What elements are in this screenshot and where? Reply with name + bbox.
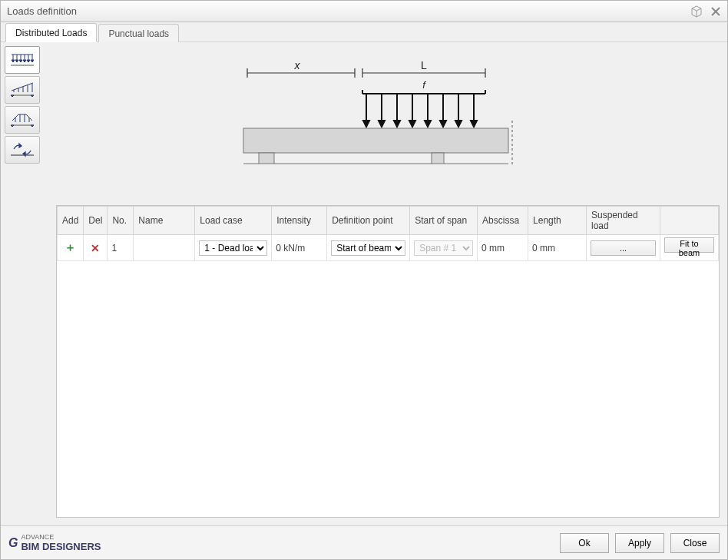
defpoint-select[interactable]: Start of beam	[331, 240, 405, 256]
cell-name[interactable]	[134, 235, 195, 261]
torsion-load-tool[interactable]	[5, 136, 40, 164]
svg-marker-47	[409, 121, 415, 127]
work-area: x L f	[1, 42, 727, 525]
load-type-toolbar	[2, 44, 45, 205]
svg-rect-57	[259, 153, 274, 164]
svg-marker-53	[455, 121, 462, 127]
close-icon[interactable]	[710, 6, 721, 17]
cell-length[interactable]: 0 mm	[528, 235, 587, 261]
window-title: Loads definition	[7, 5, 690, 17]
cube-icon[interactable]	[690, 5, 703, 18]
svg-marker-9	[12, 60, 15, 62]
trapezoidal-load-tool[interactable]	[5, 106, 40, 134]
brand-small: ADVANCE	[21, 534, 101, 541]
svg-rect-56	[243, 128, 508, 153]
loadcase-select[interactable]: 1 - Dead load	[199, 240, 267, 256]
svg-marker-41	[363, 121, 369, 127]
svg-line-16	[12, 83, 33, 91]
col-length: Length	[528, 207, 587, 235]
col-intensity: Intensity	[272, 207, 327, 235]
col-add: Add	[58, 207, 84, 235]
svg-rect-58	[432, 153, 444, 164]
fit-to-beam-button[interactable]: Fit to beam	[664, 237, 714, 253]
close-button[interactable]: Close	[670, 533, 720, 553]
svg-marker-55	[471, 121, 477, 127]
svg-marker-49	[425, 121, 431, 127]
cell-intensity[interactable]: 0 kN/m	[272, 235, 327, 261]
svg-marker-30	[11, 125, 14, 127]
svg-marker-10	[15, 60, 18, 62]
col-fit	[660, 207, 718, 235]
col-abscissa: Abscissa	[478, 207, 528, 235]
tab-punctual-loads[interactable]: Punctual loads	[98, 24, 179, 42]
tab-distributed-loads[interactable]: Distributed Loads	[5, 23, 97, 42]
brand-text: BIM DESIGNERS	[21, 541, 101, 552]
svg-marker-13	[27, 60, 30, 62]
startspan-select: Span # 1	[414, 240, 473, 256]
col-suspended: Suspended load	[586, 207, 660, 235]
uniform-load-tool[interactable]	[5, 46, 40, 74]
delete-icon[interactable]: ✕	[91, 242, 100, 254]
tab-strip: Distributed Loads Punctual loads	[1, 22, 727, 42]
triangular-load-tool[interactable]	[5, 76, 40, 104]
load-diagram: x L f	[45, 44, 726, 205]
svg-marker-43	[379, 121, 385, 127]
col-defpoint: Definition point	[327, 207, 410, 235]
brand-logo: G ADVANCE BIM DESIGNERS	[8, 534, 101, 552]
grid-empty-area	[57, 261, 719, 517]
ok-button[interactable]: Ok	[560, 533, 609, 553]
svg-marker-45	[394, 121, 400, 127]
svg-marker-11	[19, 60, 22, 62]
svg-marker-51	[440, 121, 446, 127]
diagram-label-f: f	[422, 79, 426, 91]
table-row: ＋ ✕ 1 1 - Dead load 0 kN/m Start of beam	[58, 235, 719, 261]
cell-abscissa[interactable]: 0 mm	[478, 235, 528, 261]
add-icon[interactable]: ＋	[65, 240, 76, 253]
cell-no: 1	[108, 235, 134, 261]
diagram-label-x: x	[294, 59, 301, 71]
diagram-label-L: L	[421, 59, 427, 71]
svg-marker-14	[31, 60, 34, 62]
col-name: Name	[134, 207, 195, 235]
dialog-footer: G ADVANCE BIM DESIGNERS Ok Apply Close	[1, 525, 727, 559]
col-del: Del	[84, 207, 108, 235]
svg-marker-12	[23, 60, 26, 62]
svg-marker-24	[31, 95, 34, 97]
apply-button[interactable]: Apply	[615, 533, 664, 553]
col-loadcase: Load case	[195, 207, 272, 235]
col-startspan: Start of span	[410, 207, 478, 235]
svg-marker-23	[11, 95, 14, 97]
loads-grid: Add Del No. Name Load case Intensity Def…	[56, 205, 720, 518]
svg-marker-31	[31, 125, 34, 127]
title-bar: Loads definition	[1, 1, 727, 22]
suspended-load-button[interactable]: ...	[591, 240, 656, 256]
svg-marker-32	[19, 144, 22, 147]
col-no: No.	[108, 207, 134, 235]
